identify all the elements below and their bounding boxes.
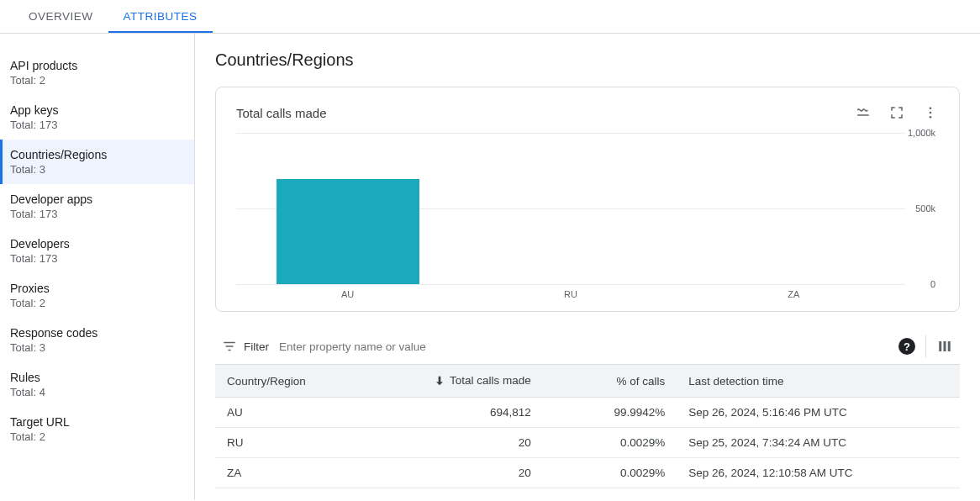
sidebar-item[interactable]: ProxiesTotal: 2 <box>0 273 194 318</box>
bar-slot: AU <box>236 133 459 284</box>
attribute-sidebar: API productsTotal: 2App keysTotal: 173Co… <box>0 34 195 500</box>
tab-overview[interactable]: OVERVIEW <box>13 0 108 33</box>
y-axis-label: 1,000k <box>908 128 935 138</box>
fullscreen-icon[interactable] <box>888 104 905 121</box>
col-total-calls[interactable]: Total calls made <box>408 365 542 398</box>
help-icon[interactable]: ? <box>898 338 915 355</box>
divider <box>925 335 926 357</box>
table-row[interactable]: AU694,81299.9942%Sep 26, 2024, 5:16:46 P… <box>215 398 960 428</box>
cell-country: ZA <box>215 458 408 488</box>
legend-icon[interactable] <box>855 104 872 121</box>
x-axis-label: AU <box>341 289 354 299</box>
cell-country: AU <box>215 398 408 428</box>
sidebar-item-title: Developers <box>10 237 184 250</box>
sidebar-item[interactable]: API productsTotal: 2 <box>0 50 194 95</box>
cell-last-detect: Sep 26, 2024, 12:10:58 AM UTC <box>677 458 960 488</box>
sort-desc-icon <box>433 374 446 388</box>
sidebar-item-title: App keys <box>10 103 184 117</box>
col-pct[interactable]: % of calls <box>543 365 677 398</box>
filter-bar: Filter ? <box>215 330 960 364</box>
data-table: Country/Region Total calls made % of cal… <box>215 364 960 488</box>
bar-slot: ZA <box>682 133 905 284</box>
more-icon[interactable] <box>922 104 939 121</box>
cell-pct: 99.9942% <box>543 398 677 428</box>
cell-pct: 0.0029% <box>543 428 677 458</box>
sidebar-item-subtitle: Total: 2 <box>10 430 184 443</box>
sidebar-item-title: Developer apps <box>10 192 184 206</box>
sidebar-item-title: Countries/Regions <box>10 148 184 161</box>
table-row[interactable]: ZA200.0029%Sep 26, 2024, 12:10:58 AM UTC <box>215 458 960 488</box>
sidebar-item[interactable]: App keysTotal: 173 <box>0 95 194 140</box>
cell-calls: 694,812 <box>408 398 542 428</box>
sidebar-item-title: Proxies <box>10 282 184 295</box>
sidebar-item-title: Rules <box>10 371 184 384</box>
sidebar-item-title: Target URL <box>10 415 184 429</box>
sidebar-item[interactable]: Developer appsTotal: 173 <box>0 184 194 229</box>
sidebar-item-subtitle: Total: 2 <box>10 297 184 309</box>
sidebar-item[interactable]: Response codesTotal: 3 <box>0 318 194 362</box>
svg-point-0 <box>930 107 932 109</box>
bar-slot: RU <box>459 133 682 284</box>
chart-card: Total calls made 0500k1,000k AURUZA <box>215 87 960 312</box>
svg-point-2 <box>930 116 932 119</box>
cell-pct: 0.0029% <box>543 458 677 488</box>
cell-country: RU <box>215 428 408 458</box>
tabs: OVERVIEW ATTRIBUTES <box>0 0 980 34</box>
y-axis-label: 500k <box>915 203 935 214</box>
x-axis-label: ZA <box>788 289 799 299</box>
x-axis-label: RU <box>564 289 577 299</box>
sidebar-item-title: API products <box>10 59 184 72</box>
svg-rect-4 <box>944 341 946 351</box>
y-axis-label: 0 <box>930 279 935 289</box>
filter-label: Filter <box>244 340 269 353</box>
filter-input[interactable] <box>279 340 898 353</box>
sidebar-item[interactable]: RulesTotal: 4 <box>0 362 194 407</box>
sidebar-item-subtitle: Total: 3 <box>10 341 184 354</box>
cell-calls: 20 <box>408 428 542 458</box>
svg-rect-3 <box>939 341 941 351</box>
columns-icon[interactable] <box>936 338 953 355</box>
filter-icon <box>222 339 237 354</box>
sidebar-item[interactable]: DevelopersTotal: 173 <box>0 229 194 273</box>
sidebar-item-subtitle: Total: 3 <box>10 163 184 176</box>
bar-chart: 0500k1,000k AURUZA <box>236 124 939 301</box>
sidebar-item-subtitle: Total: 173 <box>10 119 184 131</box>
col-last-detect[interactable]: Last detection time <box>677 365 960 398</box>
sidebar-item-subtitle: Total: 2 <box>10 74 184 87</box>
svg-rect-5 <box>948 341 951 351</box>
main-content: Countries/Regions Total calls made <box>195 34 980 500</box>
chart-bar[interactable] <box>277 179 419 284</box>
tab-attributes[interactable]: ATTRIBUTES <box>108 0 213 33</box>
table-header-row: Country/Region Total calls made % of cal… <box>215 365 960 398</box>
sidebar-item-subtitle: Total: 4 <box>10 386 184 398</box>
sidebar-item-subtitle: Total: 173 <box>10 252 184 265</box>
table-row[interactable]: RU200.0029%Sep 25, 2024, 7:34:24 AM UTC <box>215 428 960 458</box>
sidebar-item[interactable]: Target URLTotal: 2 <box>0 407 194 451</box>
page-title: Countries/Regions <box>215 50 960 70</box>
cell-last-detect: Sep 25, 2024, 7:34:24 AM UTC <box>677 428 960 458</box>
sidebar-item-title: Response codes <box>10 326 184 340</box>
grid-line <box>236 284 905 285</box>
chart-title: Total calls made <box>236 106 327 120</box>
sidebar-item-subtitle: Total: 173 <box>10 208 184 220</box>
svg-point-1 <box>930 112 932 114</box>
cell-last-detect: Sep 26, 2024, 5:16:46 PM UTC <box>677 398 960 428</box>
cell-calls: 20 <box>408 458 542 488</box>
sidebar-item[interactable]: Countries/RegionsTotal: 3 <box>0 140 194 184</box>
col-country[interactable]: Country/Region <box>215 365 408 398</box>
